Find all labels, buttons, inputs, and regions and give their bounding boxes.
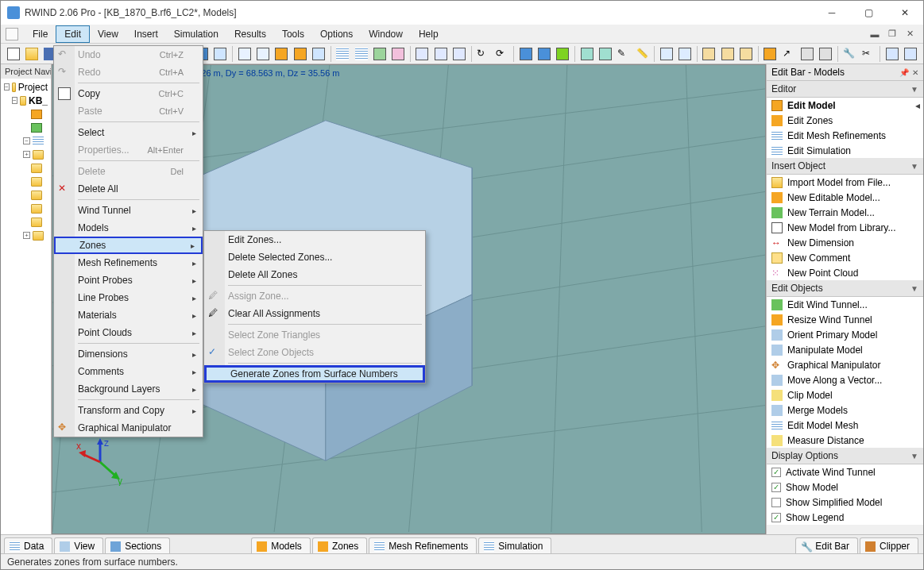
menu-window[interactable]: Window	[361, 25, 411, 43]
editor-item-mesh[interactable]: Edit Mesh Refinements	[767, 128, 923, 143]
edit-zones[interactable]: Zones▸	[54, 237, 203, 254]
menu-file[interactable]: File	[25, 25, 56, 43]
edit-point-probes[interactable]: Point Probes▸	[54, 272, 203, 289]
tb-a2[interactable]	[432, 45, 449, 63]
disp-header[interactable]: Display Options▼	[767, 448, 923, 464]
tree-item[interactable]	[1, 175, 51, 188]
tab-models[interactable]: Models	[251, 537, 311, 553]
insert-editable[interactable]: New Editable Model...	[767, 190, 923, 205]
zones-sel-obj[interactable]: ✓Select Zone Objects	[204, 344, 425, 361]
tb-opt2[interactable]	[903, 45, 919, 63]
zones-edit[interactable]: Edit Zones...	[204, 231, 425, 248]
eo-clip[interactable]: Clip Model	[767, 387, 923, 402]
editor-item-sim[interactable]: Edit Simulation	[767, 143, 923, 158]
tb-new[interactable]	[5, 45, 21, 63]
mdi-minimize-icon[interactable]: ▬	[869, 29, 880, 40]
tab-clipper[interactable]: Clipper	[860, 537, 918, 553]
eo-manipulate[interactable]: Manipulate Model	[767, 342, 923, 357]
disp-simplified[interactable]: Show Simplified Model	[767, 495, 923, 510]
tb-scissors[interactable]: ✂	[860, 45, 876, 63]
tb-opt1[interactable]	[883, 45, 900, 63]
edit-gmanip[interactable]: ✥Graphical Manipulator	[54, 419, 203, 437]
edit-line-probes[interactable]: Line Probes▸	[54, 289, 203, 306]
edit-mesh[interactable]: Mesh Refinements▸	[54, 254, 203, 272]
tb-8[interactable]	[212, 45, 229, 63]
edit-point-clouds[interactable]: Point Clouds▸	[54, 324, 203, 341]
tb-box1[interactable]	[236, 45, 253, 63]
tb-l2[interactable]	[676, 45, 693, 63]
tb-box2[interactable]	[254, 45, 271, 63]
zones-generate[interactable]: Generate Zones from Surface Numbers	[204, 365, 425, 383]
tb-cube2[interactable]	[535, 45, 552, 63]
zones-clear[interactable]: 🖉Clear All Assignments	[204, 305, 425, 322]
tb-m2[interactable]	[719, 45, 736, 63]
checkbox-icon[interactable]: ✓	[771, 513, 781, 522]
tb-l1[interactable]	[658, 45, 675, 63]
edit-paste[interactable]: PasteCtrl+V	[54, 102, 203, 120]
tb-cube1[interactable]	[517, 45, 534, 63]
tb-m3[interactable]	[737, 45, 754, 63]
zones-del-all[interactable]: Delete All Zones	[204, 266, 425, 283]
tree-item[interactable]: +	[1, 229, 51, 242]
checkbox-icon[interactable]: ✓	[771, 483, 781, 492]
tb-grid3[interactable]	[371, 45, 388, 63]
tb-arrow[interactable]: ↗	[780, 45, 797, 63]
menu-help[interactable]: Help	[411, 25, 447, 43]
tab-simulation[interactable]: Simulation	[478, 537, 551, 553]
checkbox-icon[interactable]	[771, 498, 781, 507]
eo-gmanip[interactable]: ✥Graphical Manipulator	[767, 357, 923, 372]
insert-terrain[interactable]: New Terrain Model...	[767, 205, 923, 220]
tree-file[interactable]: −KB_	[1, 94, 51, 107]
tab-sections[interactable]: Sections	[105, 537, 170, 553]
edit-wind-tunnel[interactable]: Wind Tunnel▸	[54, 202, 203, 219]
edit-properties[interactable]: Properties...Alt+Enter	[54, 141, 203, 159]
insert-comment[interactable]: New Comment	[767, 250, 923, 265]
tab-view[interactable]: View	[54, 537, 103, 553]
zones-del-sel[interactable]: Delete Selected Zones...	[204, 248, 425, 266]
edit-models[interactable]: Models▸	[54, 219, 203, 237]
tree-root[interactable]: −Project	[1, 80, 51, 94]
checkbox-icon[interactable]: ✓	[771, 468, 781, 477]
edit-bg-layers[interactable]: Background Layers▸	[54, 380, 203, 398]
tb-grid1[interactable]	[334, 45, 351, 63]
tb-a3[interactable]	[450, 45, 467, 63]
tb-box4[interactable]	[292, 45, 308, 63]
tb-cube4[interactable]	[578, 45, 595, 63]
minimize-button[interactable]: ─	[814, 1, 850, 25]
tb-measure[interactable]: 📏	[634, 45, 651, 63]
eo-merge[interactable]: Merge Models	[767, 402, 923, 418]
menu-simulation[interactable]: Simulation	[166, 25, 226, 43]
tb-m1[interactable]	[701, 45, 717, 63]
tb-grid2[interactable]	[353, 45, 369, 63]
tb-grid4[interactable]	[389, 45, 406, 63]
tb-cube-r[interactable]	[762, 45, 779, 63]
edit-select[interactable]: Select▸	[54, 124, 203, 141]
tab-edit-bar[interactable]: 🔧Edit Bar	[795, 537, 858, 553]
menu-edit[interactable]: Edit	[56, 25, 90, 43]
eo-orient[interactable]: Orient Primary Model	[767, 327, 923, 342]
disp-show-model[interactable]: ✓Show Model	[767, 479, 923, 495]
menu-results[interactable]: Results	[226, 25, 274, 43]
panel-close-icon[interactable]: ✕	[912, 68, 918, 77]
tb-r1[interactable]	[798, 45, 815, 63]
edit-dimensions[interactable]: Dimensions▸	[54, 345, 203, 363]
menu-insert[interactable]: Insert	[126, 25, 166, 43]
mdi-restore-icon[interactable]: ❐	[887, 29, 898, 40]
tree-item[interactable]	[1, 107, 51, 121]
edit-delete-all[interactable]: ✕Delete All	[54, 180, 203, 198]
tb-r2[interactable]	[817, 45, 833, 63]
tb-cube3[interactable]	[555, 45, 571, 63]
maximize-button[interactable]: ▢	[850, 1, 887, 25]
tb-cube5[interactable]	[597, 45, 613, 63]
edit-comments[interactable]: Comments▸	[54, 363, 203, 380]
tree-item[interactable]	[1, 161, 51, 175]
eo-measure[interactable]: Measure Distance	[767, 433, 923, 448]
eo-wind-tunnel[interactable]: Edit Wind Tunnel...	[767, 297, 923, 312]
tb-box3[interactable]	[273, 45, 290, 63]
menu-tools[interactable]: Tools	[274, 25, 312, 43]
zones-assign[interactable]: 🖉Assign Zone...	[204, 287, 425, 305]
tab-zones[interactable]: Zones	[312, 537, 367, 553]
tb-refresh2[interactable]: ⟳	[493, 45, 510, 63]
mdi-close-icon[interactable]: ✕	[904, 29, 915, 40]
tree-item[interactable]	[1, 188, 51, 202]
